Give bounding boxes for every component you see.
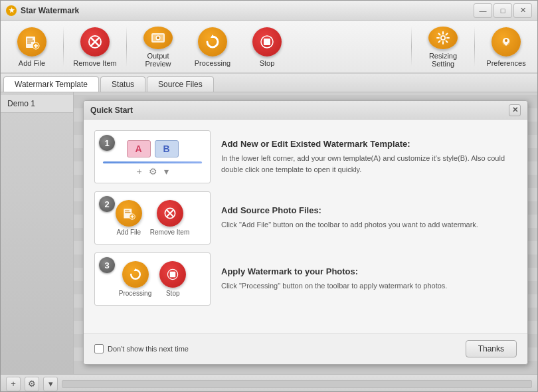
sep-4	[474, 27, 475, 66]
sidebar-item-demo1[interactable]: Demo 1	[1, 95, 73, 113]
add-icon: +	[136, 166, 141, 177]
step2-remove-item: Remove Item	[150, 200, 189, 236]
output-preview-icon	[143, 27, 173, 49]
sep-2	[126, 27, 127, 66]
svg-line-26	[439, 41, 440, 42]
step3-processing-icon	[122, 261, 149, 288]
title-bar-left: ★ Star Watermark	[6, 5, 79, 16]
svg-rect-34	[130, 216, 134, 217]
svg-point-13	[157, 37, 159, 39]
tab-status[interactable]: Status	[100, 76, 145, 92]
step-1-info: Add New or Edit Existed Watermark Templa…	[221, 139, 517, 175]
step-2-title: Add Source Photo Files:	[221, 205, 517, 215]
dont-show-label: Don't show this next time	[108, 345, 189, 353]
svg-line-24	[446, 41, 447, 42]
bottom-scrollbar[interactable]	[62, 380, 532, 388]
step-3-preview: 3 Processing	[94, 252, 211, 306]
step3-processing: Processing	[119, 261, 151, 297]
quick-start-dialog: Quick Start ✕ 1 A B	[83, 100, 528, 365]
thanks-button[interactable]: Thanks	[466, 340, 517, 357]
svg-point-18	[442, 37, 444, 39]
step-1-preview: 1 A B + ⚙ ▾	[94, 130, 211, 183]
dont-show-row: Don't show this next time	[94, 344, 189, 353]
step2-remove-icon	[157, 200, 183, 227]
stop-button[interactable]: Stop	[241, 23, 293, 70]
processing-icon	[198, 27, 227, 56]
step3-stop-icon	[159, 261, 186, 288]
dialog-overlay: Quick Start ✕ 1 A B	[74, 92, 537, 374]
template-tabs: A B	[127, 140, 179, 157]
bottom-bar: + ⚙ ▾	[1, 374, 537, 392]
preferences-button[interactable]: Preferences	[480, 23, 532, 70]
step-2-info: Add Source Photo Files: Click "Add File"…	[221, 205, 517, 231]
processing-label: Processing	[195, 59, 230, 67]
step2-remove-item-label: Remove Item	[150, 229, 189, 236]
add-file-icon	[17, 27, 46, 56]
stop-icon	[252, 27, 282, 56]
step3-stop-label: Stop	[166, 290, 180, 297]
remove-item-label: Remove Item	[73, 59, 116, 67]
step3-processing-label: Processing	[119, 290, 151, 297]
step3-icons: Processing Stop	[119, 261, 186, 297]
bottom-settings-button[interactable]: ⚙	[25, 377, 39, 391]
template-bar	[103, 161, 202, 163]
tab-watermark-template[interactable]: Watermark Template	[3, 76, 99, 92]
svg-rect-40	[170, 272, 175, 277]
window-controls: — □ ✕	[474, 3, 532, 18]
maximize-button[interactable]: □	[493, 3, 512, 18]
template-controls: + ⚙ ▾	[136, 166, 168, 177]
step-3-number: 3	[99, 257, 115, 273]
step-2-text: Click "Add File" button on the toolbar t…	[221, 219, 517, 231]
gear-icon: ⚙	[149, 166, 157, 177]
step2-add-file-label: Add File	[116, 229, 141, 236]
step-3-title: Apply Watermark to your Photos:	[221, 266, 517, 276]
dialog-content: 1 A B + ⚙ ▾	[84, 120, 527, 333]
svg-rect-30	[125, 211, 130, 211]
preferences-icon	[492, 27, 521, 56]
step-3-row: 3 Processing	[94, 252, 517, 306]
remove-item-button[interactable]: Remove Item	[69, 23, 121, 70]
tab-source-files[interactable]: Source Files	[147, 76, 214, 92]
minimize-button[interactable]: —	[474, 3, 492, 18]
resizing-setting-button[interactable]: Resizing Setting	[417, 23, 469, 70]
step-1-row: 1 A B + ⚙ ▾	[94, 130, 517, 183]
sep-1	[63, 27, 64, 66]
title-bar: ★ Star Watermark — □ ✕	[1, 1, 537, 21]
app-title: Star Watermark	[21, 6, 79, 15]
output-preview-button[interactable]: Output Preview	[132, 23, 184, 70]
app-icon: ★	[6, 5, 17, 16]
step-1-text: In the lower left corner, add your own t…	[221, 153, 517, 175]
step2-add-file: Add File	[116, 200, 142, 236]
dropdown-icon: ▾	[164, 166, 169, 177]
sep-3	[411, 27, 412, 66]
svg-line-23	[439, 34, 440, 35]
step-3-info: Apply Watermark to your Photos: Click "P…	[221, 266, 517, 292]
stop-label: Stop	[260, 59, 275, 67]
add-file-label: Add File	[19, 59, 45, 67]
step-1-number: 1	[99, 135, 115, 151]
dialog-title-bar: Quick Start ✕	[84, 101, 527, 120]
step-2-row: 2	[94, 191, 517, 245]
template-tab-b: B	[155, 140, 179, 157]
step2-add-file-icon	[116, 200, 142, 227]
add-file-button[interactable]: Add File	[6, 23, 58, 70]
bottom-dropdown-button[interactable]: ▾	[43, 377, 58, 391]
dialog-close-button[interactable]: ✕	[509, 104, 521, 116]
bottom-add-button[interactable]: +	[6, 377, 21, 391]
close-button[interactable]: ✕	[513, 3, 532, 18]
preferences-label: Preferences	[486, 59, 525, 67]
svg-rect-3	[27, 43, 31, 44]
step2-icons: Add File	[116, 200, 189, 236]
main-area: Demo 1 Quick Start ✕ 1	[1, 92, 537, 374]
processing-button[interactable]: Processing	[187, 23, 238, 70]
remove-item-icon	[80, 27, 110, 56]
output-preview-label: Output Preview	[135, 52, 181, 68]
dont-show-checkbox[interactable]	[94, 344, 104, 353]
resizing-setting-icon	[428, 27, 458, 49]
resizing-setting-label: Resizing Setting	[420, 52, 466, 68]
step-2-preview: 2	[94, 191, 211, 245]
step-3-text: Click "Processing" button on the toolbar…	[221, 280, 517, 292]
sidebar: Demo 1	[1, 92, 74, 374]
dialog-title: Quick Start	[90, 106, 133, 115]
svg-point-28	[505, 39, 507, 42]
